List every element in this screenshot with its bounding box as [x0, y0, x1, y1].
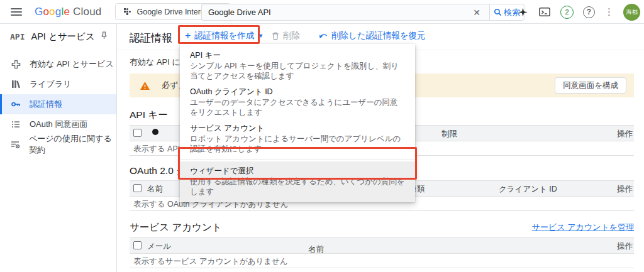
chevron-down-icon: ▼	[258, 33, 264, 39]
more-options-icon[interactable]: ⋮	[604, 6, 614, 18]
help-icon[interactable]: ?	[583, 6, 595, 18]
manage-service-accounts-link[interactable]: サービス アカウントを管理	[532, 222, 634, 233]
delete-button[interactable]: 削除	[272, 30, 300, 41]
sidebar-item-oauth-consent[interactable]: OAuth 同意画面	[0, 114, 116, 134]
warning-icon	[140, 81, 150, 90]
sidebar-item-label: OAuth 同意画面	[30, 119, 87, 130]
search-field-container: ✕	[201, 4, 489, 21]
restore-credentials-button[interactable]: 削除した認証情報を復元	[318, 30, 425, 41]
api-services-logo-icon: API	[10, 32, 25, 41]
account-avatar[interactable]: 海都	[623, 4, 640, 21]
menu-item-service-account[interactable]: サービス アカウント ロボット アカウントによるサーバー間でのアプリレベルの認証…	[180, 121, 415, 157]
cloud-shell-icon[interactable]	[538, 6, 551, 18]
logo-cloud: Cloud	[73, 6, 101, 18]
sidebar-header: API API とサービス	[0, 24, 116, 49]
hamburger-menu-icon[interactable]	[11, 6, 22, 18]
sidebar-item-page-usage-agreements[interactable]: ページの使用に関する契約	[0, 134, 116, 155]
google-cloud-logo[interactable]: Google Cloud	[35, 6, 101, 18]
top-bar: Google Cloud Google Drive Intergraton ✕ …	[0, 0, 644, 24]
clear-search-icon[interactable]: ✕	[470, 8, 483, 18]
pin-icon[interactable]	[101, 31, 108, 41]
notifications-badge[interactable]: 2	[560, 6, 574, 19]
undo-icon	[318, 32, 328, 40]
logo-google: Google	[35, 6, 70, 18]
plus-icon: +	[185, 30, 191, 41]
service-accounts-empty-row: 表示するサービス アカウントがありません	[130, 254, 634, 268]
search-input[interactable]	[208, 8, 470, 17]
search-bar: ✕ 検索	[201, 4, 525, 21]
select-all-checkbox[interactable]	[133, 184, 142, 192]
status-dot-icon	[152, 129, 158, 135]
sort-asc-icon: ↑	[312, 244, 316, 253]
service-accounts-table: メール 名前↑ 操作 表示するサービス アカウントがありません	[130, 237, 634, 268]
configure-consent-screen-button[interactable]: 同意画面を構成	[555, 77, 626, 94]
create-credentials-button[interactable]: + 認証情報を作成 ▼	[185, 30, 264, 41]
create-credentials-menu: API キー シンプル API キーを使用してプロジェクトを識別し、割り当てとア…	[180, 44, 415, 202]
topbar-icons: 2 ? ⋮ 海都	[516, 0, 644, 24]
usage-agreement-icon	[11, 139, 20, 150]
column-client-id: クライアント ID	[499, 184, 557, 195]
sidebar-item-label: ページの使用に関する契約	[29, 133, 116, 156]
menu-item-wizard[interactable]: ウィザードで選択 使用する認証情報の種類を決定するため、いくつかの質問をします	[180, 161, 415, 202]
key-icon	[11, 99, 21, 109]
sidebar: API API とサービス 有効な API とサービス ライブラリ	[0, 24, 117, 272]
column-name: 名前	[147, 184, 163, 195]
select-all-checkbox[interactable]	[133, 129, 142, 137]
column-actions: 操作	[617, 129, 633, 139]
service-accounts-table-header: メール 名前↑ 操作	[130, 237, 634, 254]
column-actions: 操作	[617, 184, 633, 195]
sidebar-item-label: 有効な API とサービス	[30, 58, 114, 70]
consent-screen-icon	[11, 119, 21, 129]
menu-divider	[180, 159, 415, 160]
menu-item-oauth-client-id[interactable]: OAuth クライアント ID ユーザーのデータにアクセスできるようにユーザーの…	[180, 84, 415, 121]
sidebar-nav: 有効な API とサービス ライブラリ 認証情報 OAuth 同意画面	[0, 54, 116, 155]
search-icon	[494, 8, 502, 16]
sidebar-item-library[interactable]: ライブラリ	[0, 74, 116, 94]
select-all-checkbox[interactable]	[133, 241, 142, 249]
project-grid-icon	[123, 8, 131, 16]
column-actions: 操作	[617, 241, 633, 252]
sidebar-title: API とサービス	[31, 31, 101, 43]
sidebar-item-label: ライブラリ	[30, 79, 72, 90]
sidebar-item-label: 認証情報	[30, 99, 62, 110]
gcp-console: Google Cloud Google Drive Intergraton ✕ …	[0, 0, 644, 272]
page-title: 認証情報	[130, 31, 172, 45]
gemini-sparkle-icon[interactable]	[516, 6, 529, 18]
library-icon	[11, 79, 21, 89]
dashboard-icon	[11, 59, 21, 69]
service-accounts-section-title: サービス アカウント	[130, 221, 222, 234]
trash-icon	[272, 32, 279, 40]
column-email: メール	[147, 241, 171, 252]
sidebar-item-enabled-apis[interactable]: 有効な API とサービス	[0, 54, 116, 74]
sidebar-item-credentials[interactable]: 認証情報	[0, 94, 116, 114]
column-restrictions: 制限	[441, 129, 457, 139]
api-keys-section-title: API キー	[130, 109, 168, 122]
menu-item-api-key[interactable]: API キー シンプル API キーを使用してプロジェクトを識別し、割り当てとア…	[180, 48, 415, 84]
